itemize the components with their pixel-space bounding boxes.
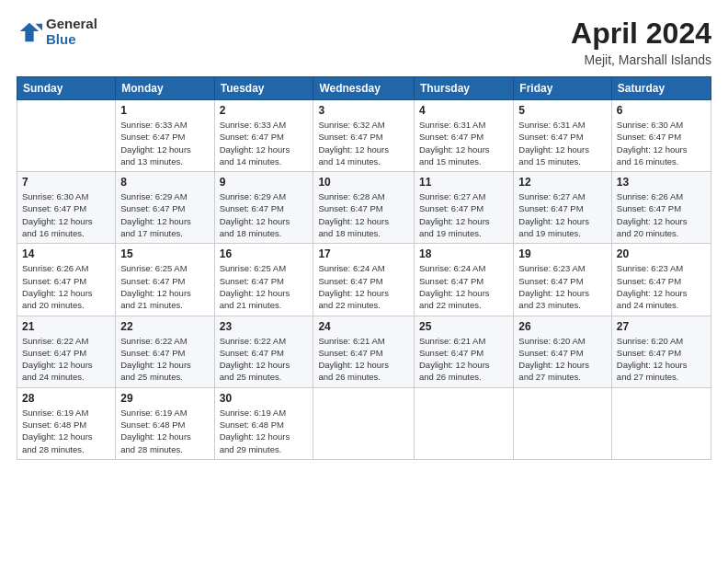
calendar-cell: 18Sunrise: 6:24 AM Sunset: 6:47 PM Dayli…	[415, 244, 514, 316]
day-number: 30	[220, 392, 309, 405]
day-detail: Sunrise: 6:22 AM Sunset: 6:47 PM Dayligh…	[22, 335, 110, 384]
day-detail: Sunrise: 6:23 AM Sunset: 6:47 PM Dayligh…	[518, 262, 607, 311]
day-number: 27	[617, 320, 706, 333]
day-number: 10	[318, 176, 409, 189]
day-detail: Sunrise: 6:29 AM Sunset: 6:47 PM Dayligh…	[220, 190, 309, 239]
day-detail: Sunrise: 6:21 AM Sunset: 6:47 PM Dayligh…	[419, 335, 508, 384]
title-location: Mejit, Marshall Islands	[571, 52, 711, 67]
logo-general-text: General	[46, 17, 97, 32]
header: General Blue April 2024 Mejit, Marshall …	[17, 17, 711, 67]
calendar-header-thursday: Thursday	[415, 77, 514, 100]
calendar-cell: 22Sunrise: 6:22 AM Sunset: 6:47 PM Dayli…	[116, 316, 214, 387]
day-number: 8	[120, 176, 209, 189]
day-number: 14	[22, 247, 110, 260]
calendar-header-friday: Friday	[514, 77, 612, 100]
calendar-cell	[611, 387, 711, 459]
calendar-cell: 6Sunrise: 6:30 AM Sunset: 6:47 PM Daylig…	[611, 100, 711, 172]
day-number: 9	[220, 176, 309, 189]
calendar-cell	[415, 387, 514, 459]
day-detail: Sunrise: 6:22 AM Sunset: 6:47 PM Dayligh…	[220, 335, 309, 384]
day-detail: Sunrise: 6:27 AM Sunset: 6:47 PM Dayligh…	[518, 190, 607, 239]
day-number: 4	[419, 104, 508, 117]
day-number: 7	[22, 176, 110, 189]
calendar-cell: 25Sunrise: 6:21 AM Sunset: 6:47 PM Dayli…	[415, 316, 514, 387]
day-number: 17	[318, 247, 409, 260]
day-number: 3	[318, 104, 409, 117]
calendar-table: SundayMondayTuesdayWednesdayThursdayFrid…	[17, 76, 711, 460]
calendar-cell: 29Sunrise: 6:19 AM Sunset: 6:48 PM Dayli…	[116, 387, 214, 459]
day-detail: Sunrise: 6:31 AM Sunset: 6:47 PM Dayligh…	[419, 119, 508, 167]
day-detail: Sunrise: 6:21 AM Sunset: 6:47 PM Dayligh…	[318, 335, 409, 384]
day-number: 12	[518, 176, 607, 189]
calendar-cell: 10Sunrise: 6:28 AM Sunset: 6:47 PM Dayli…	[313, 172, 415, 244]
day-number: 19	[518, 247, 607, 260]
day-number: 13	[617, 176, 706, 189]
day-number: 26	[518, 320, 607, 333]
day-detail: Sunrise: 6:25 AM Sunset: 6:47 PM Dayligh…	[220, 262, 309, 311]
day-detail: Sunrise: 6:20 AM Sunset: 6:47 PM Dayligh…	[617, 335, 706, 384]
calendar-cell: 14Sunrise: 6:26 AM Sunset: 6:47 PM Dayli…	[17, 244, 116, 316]
day-detail: Sunrise: 6:24 AM Sunset: 6:47 PM Dayligh…	[318, 262, 409, 311]
day-detail: Sunrise: 6:20 AM Sunset: 6:47 PM Dayligh…	[518, 335, 607, 384]
calendar-header-saturday: Saturday	[611, 77, 711, 100]
calendar-cell: 30Sunrise: 6:19 AM Sunset: 6:48 PM Dayli…	[214, 387, 313, 459]
calendar-cell: 23Sunrise: 6:22 AM Sunset: 6:47 PM Dayli…	[214, 316, 313, 387]
day-detail: Sunrise: 6:33 AM Sunset: 6:47 PM Dayligh…	[120, 119, 209, 167]
calendar-cell: 28Sunrise: 6:19 AM Sunset: 6:48 PM Dayli…	[17, 387, 116, 459]
day-number: 20	[617, 247, 706, 260]
calendar-cell: 4Sunrise: 6:31 AM Sunset: 6:47 PM Daylig…	[415, 100, 514, 172]
calendar-header-tuesday: Tuesday	[214, 77, 313, 100]
calendar-cell: 8Sunrise: 6:29 AM Sunset: 6:47 PM Daylig…	[116, 172, 214, 244]
page: General Blue April 2024 Mejit, Marshall …	[0, 0, 728, 563]
day-number: 25	[419, 320, 508, 333]
calendar-cell: 11Sunrise: 6:27 AM Sunset: 6:47 PM Dayli…	[415, 172, 514, 244]
calendar-cell: 1Sunrise: 6:33 AM Sunset: 6:47 PM Daylig…	[116, 100, 214, 172]
day-number: 29	[120, 392, 209, 405]
day-detail: Sunrise: 6:24 AM Sunset: 6:47 PM Dayligh…	[419, 262, 508, 311]
calendar-cell: 7Sunrise: 6:30 AM Sunset: 6:47 PM Daylig…	[17, 172, 116, 244]
calendar-cell: 21Sunrise: 6:22 AM Sunset: 6:47 PM Dayli…	[17, 316, 116, 387]
day-number: 6	[617, 104, 706, 117]
day-number: 11	[419, 176, 508, 189]
calendar-cell	[17, 100, 116, 172]
day-number: 2	[220, 104, 309, 117]
day-number: 18	[419, 247, 508, 260]
calendar-cell: 24Sunrise: 6:21 AM Sunset: 6:47 PM Dayli…	[313, 316, 415, 387]
calendar-cell: 27Sunrise: 6:20 AM Sunset: 6:47 PM Dayli…	[611, 316, 711, 387]
day-detail: Sunrise: 6:25 AM Sunset: 6:47 PM Dayligh…	[120, 262, 209, 311]
day-detail: Sunrise: 6:27 AM Sunset: 6:47 PM Dayligh…	[419, 190, 508, 239]
calendar-cell: 20Sunrise: 6:23 AM Sunset: 6:47 PM Dayli…	[611, 244, 711, 316]
day-number: 21	[22, 320, 110, 333]
day-detail: Sunrise: 6:19 AM Sunset: 6:48 PM Dayligh…	[220, 407, 309, 455]
day-number: 22	[120, 320, 209, 333]
title-month: April 2024	[571, 17, 711, 51]
calendar-cell: 15Sunrise: 6:25 AM Sunset: 6:47 PM Dayli…	[116, 244, 214, 316]
day-number: 16	[220, 247, 309, 260]
logo-text: General Blue	[46, 17, 97, 47]
day-detail: Sunrise: 6:22 AM Sunset: 6:47 PM Dayligh…	[120, 335, 209, 384]
svg-marker-0	[20, 22, 40, 41]
day-detail: Sunrise: 6:32 AM Sunset: 6:47 PM Dayligh…	[318, 119, 409, 167]
calendar-cell: 13Sunrise: 6:26 AM Sunset: 6:47 PM Dayli…	[611, 172, 711, 244]
calendar-week-4: 21Sunrise: 6:22 AM Sunset: 6:47 PM Dayli…	[17, 316, 711, 387]
title-block: April 2024 Mejit, Marshall Islands	[571, 17, 711, 67]
calendar-cell: 9Sunrise: 6:29 AM Sunset: 6:47 PM Daylig…	[214, 172, 313, 244]
calendar-week-1: 1Sunrise: 6:33 AM Sunset: 6:47 PM Daylig…	[17, 100, 711, 172]
calendar-header-monday: Monday	[116, 77, 214, 100]
day-detail: Sunrise: 6:30 AM Sunset: 6:47 PM Dayligh…	[617, 119, 706, 167]
day-detail: Sunrise: 6:19 AM Sunset: 6:48 PM Dayligh…	[22, 407, 110, 455]
day-number: 28	[22, 392, 110, 405]
day-number: 24	[318, 320, 409, 333]
day-detail: Sunrise: 6:33 AM Sunset: 6:47 PM Dayligh…	[220, 119, 309, 167]
day-number: 23	[220, 320, 309, 333]
calendar-cell	[313, 387, 415, 459]
calendar-week-5: 28Sunrise: 6:19 AM Sunset: 6:48 PM Dayli…	[17, 387, 711, 459]
calendar-header-sunday: Sunday	[17, 77, 116, 100]
logo: General Blue	[17, 17, 97, 47]
logo-blue-text: Blue	[46, 32, 97, 48]
calendar-cell: 19Sunrise: 6:23 AM Sunset: 6:47 PM Dayli…	[514, 244, 612, 316]
calendar-cell: 17Sunrise: 6:24 AM Sunset: 6:47 PM Dayli…	[313, 244, 415, 316]
day-detail: Sunrise: 6:31 AM Sunset: 6:47 PM Dayligh…	[518, 119, 607, 167]
day-detail: Sunrise: 6:19 AM Sunset: 6:48 PM Dayligh…	[120, 407, 209, 455]
day-detail: Sunrise: 6:30 AM Sunset: 6:47 PM Dayligh…	[22, 190, 110, 239]
